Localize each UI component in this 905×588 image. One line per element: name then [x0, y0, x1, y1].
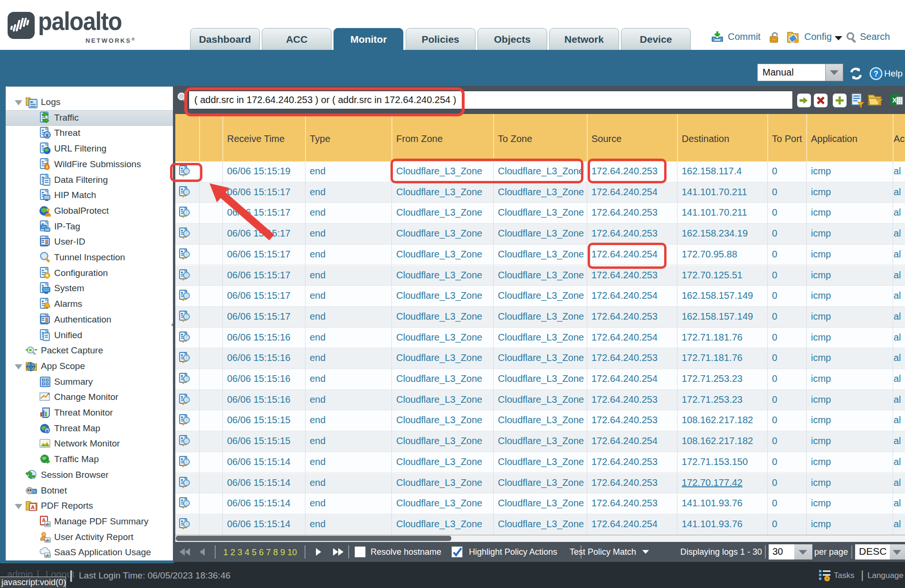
svg-text:x: x — [46, 132, 49, 139]
svg-text:x: x — [46, 428, 48, 433]
svg-text:?: ? — [874, 70, 878, 78]
svg-text:A: A — [31, 504, 35, 510]
